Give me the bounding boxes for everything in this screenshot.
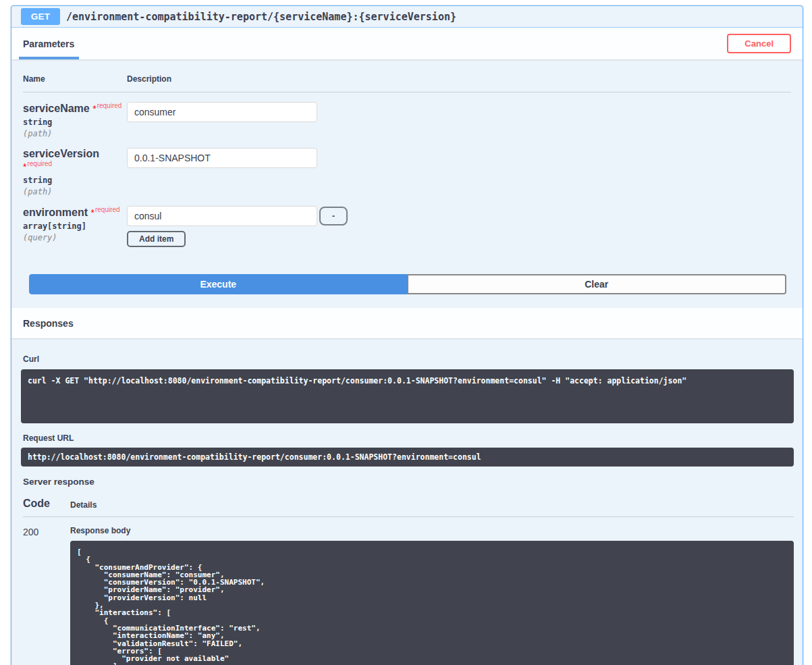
response-body-json[interactable]: [ { "consumerAndProvider": { "consumerNa… xyxy=(70,541,794,665)
remove-array-item-button[interactable]: - xyxy=(319,207,348,225)
serviceVersion-input[interactable] xyxy=(127,148,317,168)
active-tab-underline xyxy=(19,57,79,59)
required-label: required xyxy=(97,102,122,109)
param-meta: environment *required array[string] (que… xyxy=(23,206,127,242)
param-type: string xyxy=(23,176,127,185)
param-location: (path) xyxy=(23,129,127,138)
cancel-button[interactable]: Cancel xyxy=(727,34,791,53)
required-star: * xyxy=(23,161,26,172)
responses-body: Curl curl -X GET "http://localhost:8080/… xyxy=(11,338,803,665)
parameters-title: Parameters xyxy=(23,38,74,49)
endpoint-path: /environment-compatibility-report/{servi… xyxy=(66,11,456,23)
tab-parameters[interactable]: Parameters xyxy=(23,28,74,59)
param-meta: serviceVersion *required string (path) xyxy=(23,148,127,196)
required-label: required xyxy=(95,206,120,213)
param-meta: serviceName *required string (path) xyxy=(23,102,127,138)
response-details-cell: Response body [ { "consumerAndProvider":… xyxy=(70,526,794,665)
param-type: array[string] xyxy=(23,221,127,231)
column-header-code: Code xyxy=(23,498,70,510)
param-location: (query) xyxy=(23,233,127,242)
param-name: serviceName xyxy=(23,103,90,114)
status-code: 200 xyxy=(23,526,70,537)
column-header-description: Description xyxy=(127,74,791,84)
execute-row: Execute Clear xyxy=(29,274,786,294)
column-header-details: Details xyxy=(70,500,794,510)
serviceName-input[interactable] xyxy=(127,102,317,122)
response-body-label: Response body xyxy=(70,526,794,535)
param-location: (path) xyxy=(23,187,127,196)
response-row-200: 200 Response body [ { "consumerAndProvid… xyxy=(23,517,794,665)
param-row-serviceName: serviceName *required string (path) xyxy=(23,92,791,138)
param-value-cell: - Add item xyxy=(127,206,791,247)
array-item-line: - xyxy=(127,206,791,226)
column-header-name: Name xyxy=(23,74,127,84)
parameters-body: Name Description serviceName *required s… xyxy=(11,59,803,308)
param-row-serviceVersion: serviceVersion *required string (path) xyxy=(23,138,791,196)
swagger-operation-wrapper: GET /environment-compatibility-report/{s… xyxy=(0,0,812,665)
opblock-summary[interactable]: GET /environment-compatibility-report/{s… xyxy=(11,6,803,28)
request-url-block: http://localhost:8080/environment-compat… xyxy=(21,448,794,467)
execute-button[interactable]: Execute xyxy=(29,274,408,294)
parameters-section-header: Parameters Cancel xyxy=(11,28,803,59)
curl-command-block[interactable]: curl -X GET "http://localhost:8080/envir… xyxy=(21,369,794,423)
add-item-button[interactable]: Add item xyxy=(127,231,186,247)
param-name: environment xyxy=(23,207,88,218)
server-response-title: Server response xyxy=(23,477,794,487)
parameters-table-header: Name Description xyxy=(23,74,791,92)
param-value-cell xyxy=(127,148,791,168)
responses-title: Responses xyxy=(23,318,74,329)
curl-label: Curl xyxy=(23,354,794,364)
environment-input[interactable] xyxy=(127,206,317,226)
opblock-get: GET /environment-compatibility-report/{s… xyxy=(11,5,803,665)
responses-section-header: Responses xyxy=(11,308,803,338)
http-method-badge: GET xyxy=(21,8,60,25)
required-star: * xyxy=(90,207,94,218)
required-star: * xyxy=(92,103,96,114)
required-label: required xyxy=(27,160,52,167)
param-name: serviceVersion xyxy=(23,148,99,159)
clear-button[interactable]: Clear xyxy=(408,274,787,294)
param-type: string xyxy=(23,117,127,127)
request-url-label: Request URL xyxy=(23,433,794,443)
param-row-environment: environment *required array[string] (que… xyxy=(23,196,791,247)
param-value-cell xyxy=(127,102,791,122)
response-table-header: Code Details xyxy=(23,498,794,517)
